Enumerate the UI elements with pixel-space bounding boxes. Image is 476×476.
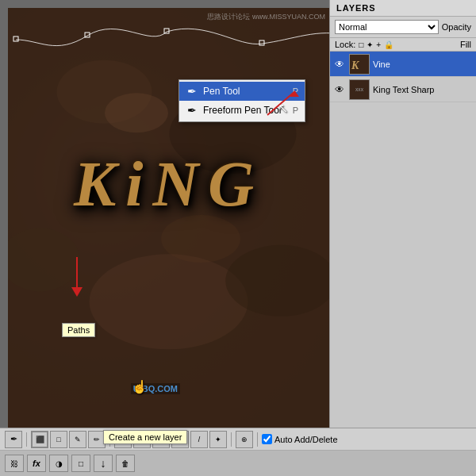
tooltip-paths: Paths <box>62 323 95 337</box>
pen-tool-item[interactable]: ✒ Pen Tool P <box>179 82 305 101</box>
freeform-pen-icon: ✒ <box>186 104 198 117</box>
watermark-ubq: UiBQ.COM <box>131 383 180 394</box>
lock-paint-icon[interactable]: + <box>376 40 381 49</box>
layer-styles-btn[interactable]: fx <box>27 455 46 472</box>
selection-btn[interactable]: ⊕ <box>236 431 253 448</box>
pen-tool-btn[interactable]: ✒ <box>5 431 22 448</box>
lock-label: Lock: <box>335 40 355 49</box>
layer-eye-vine[interactable]: 👁 <box>333 59 346 70</box>
layer-item-vine[interactable]: 👁 K Vine <box>330 52 476 77</box>
pen-tool-icon: ✒ <box>186 85 198 98</box>
layers-panel-header: LAYERS <box>330 0 476 17</box>
lock-all-icon[interactable]: 🔒 <box>384 40 393 49</box>
lock-checkbox-icon[interactable]: □ <box>359 40 363 49</box>
svg-point-7 <box>105 93 168 132</box>
separator-4 <box>257 432 258 447</box>
auto-add-delete-checkbox[interactable] <box>262 434 272 444</box>
shape-buttons-group: ⬛ □ ✎ ✏ <box>31 431 106 448</box>
layers-list: 👁 K Vine 👁 XXX <box>330 52 476 428</box>
right-panel: LAYERS Normal Opacity Lock: □ ✦ + 🔒 Fill <box>329 0 476 428</box>
freeform-pen-key: P <box>293 106 298 115</box>
new-layer-btn[interactable]: ↓ <box>94 455 113 472</box>
separator-1 <box>26 432 27 447</box>
layer-thumb-king: XXX <box>349 79 370 100</box>
delete-layer-btn[interactable]: 🗑 <box>116 455 135 472</box>
layer-thumb-vine: K <box>349 54 370 75</box>
layer-item-king[interactable]: 👁 XXX King Text Sharp <box>330 77 476 102</box>
adjustment-layer-btn[interactable]: ◑ <box>49 455 68 472</box>
svg-point-4 <box>90 254 248 349</box>
king-text: KiNG <box>74 148 263 221</box>
layers-title: LAYERS <box>336 3 376 13</box>
stone-background: KiNG 思路设计论坛 www.MISSYUAN.COM UiBQ.COM <box>8 8 329 428</box>
fill-label: Fill <box>460 40 471 49</box>
layers-panel: LAYERS Normal Opacity Lock: □ ✦ + 🔒 Fill <box>330 0 476 428</box>
pen-modify-btn[interactable]: ✎ <box>69 431 86 448</box>
auto-add-delete-option: Auto Add/Delete <box>262 434 338 444</box>
lock-move-icon[interactable]: ✦ <box>367 40 373 49</box>
blend-mode-select[interactable]: Normal <box>335 20 439 34</box>
canvas-content: KiNG 思路设计论坛 www.MISSYUAN.COM UiBQ.COM <box>8 8 329 428</box>
opacity-label: Opacity <box>442 22 471 32</box>
layers-blend-row: Normal Opacity <box>330 17 476 38</box>
tooltip-new-layer: Create a new layer <box>103 430 187 444</box>
freeform-pen-tool-item[interactable]: ✒ Freeform Pen Tool P <box>179 101 305 120</box>
options-bar: ✒ ⬛ □ ✎ ✏ ▭ ▬ ⬭ ⬡ / ✦ <box>0 428 476 451</box>
vine-thumb-svg: K <box>350 55 370 75</box>
layer-name-king: King Text Sharp <box>373 85 473 94</box>
actions-bar: ⛓ fx ◑ □ ↓ 🗑 <box>0 451 476 476</box>
canvas-area: KiNG 思路设计论坛 www.MISSYUAN.COM UiBQ.COM ✒ … <box>0 0 329 428</box>
paths-btn paths-btn-highlighted[interactable]: ⬛ <box>31 431 48 448</box>
tool-context-menu: ✒ Pen Tool P ✒ Freeform Pen Tool P <box>178 79 305 122</box>
separator-3 <box>231 432 232 447</box>
app-container: KiNG 思路设计论坛 www.MISSYUAN.COM UiBQ.COM ✒ … <box>0 0 476 476</box>
main-area: KiNG 思路设计论坛 www.MISSYUAN.COM UiBQ.COM ✒ … <box>0 0 476 428</box>
pen-tool-label: Pen Tool <box>203 86 288 97</box>
custom-shape-btn[interactable]: ✦ <box>209 431 227 448</box>
auto-add-delete-label: Auto Add/Delete <box>274 435 338 444</box>
shape-btn[interactable]: □ <box>50 431 67 448</box>
layer-eye-king[interactable]: 👁 <box>333 84 346 95</box>
bottom-toolbar: ✒ ⬛ □ ✎ ✏ ▭ ▬ ⬭ ⬡ / ✦ <box>0 428 476 476</box>
pen-tool-key: P <box>293 86 298 96</box>
link-layers-btn[interactable]: ⛓ <box>5 455 24 472</box>
line-btn[interactable]: / <box>190 431 208 448</box>
svg-point-8 <box>161 215 240 263</box>
mask-btn[interactable]: □ <box>71 455 90 472</box>
extra-tools-group: ⊕ <box>236 431 253 448</box>
layer-name-vine: Vine <box>373 60 473 69</box>
freeform-pen-label: Freeform Pen Tool <box>203 105 288 116</box>
svg-text:K: K <box>351 60 360 71</box>
lock-row: Lock: □ ✦ + 🔒 Fill <box>330 38 476 52</box>
